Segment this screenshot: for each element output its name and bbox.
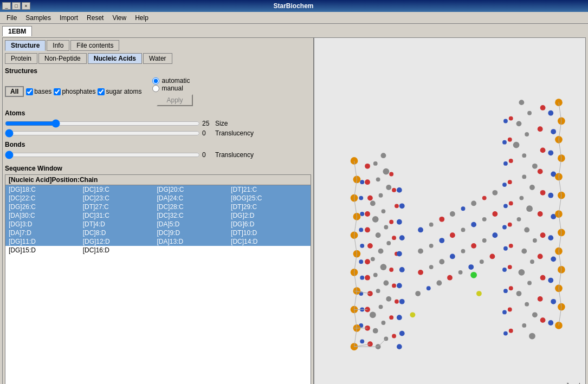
tab-info[interactable]: Info (47, 40, 69, 51)
svg-point-117 (540, 232, 546, 238)
size-slider[interactable] (5, 119, 200, 128)
menu-reset[interactable]: Reset (82, 13, 108, 23)
menu-view[interactable]: View (108, 13, 131, 23)
svg-point-87 (522, 153, 526, 158)
table-row[interactable]: [DG]15:D[DC]16:D (5, 246, 311, 255)
automatic-radio[interactable] (152, 77, 159, 84)
atom-translucency-slider[interactable] (5, 129, 200, 138)
svg-point-91 (519, 196, 524, 200)
atom-translucency-slider-row: 0 Translucency (5, 129, 311, 138)
svg-point-189 (447, 275, 453, 281)
tab-nucleic-acids[interactable]: Nucleic Acids (88, 53, 142, 64)
minimize-button[interactable]: _ (2, 2, 11, 10)
all-button[interactable]: All (5, 86, 24, 97)
svg-point-195 (410, 312, 415, 317)
svg-point-68 (359, 196, 363, 200)
automatic-radio-label[interactable]: automatic (152, 77, 192, 84)
svg-point-116 (508, 223, 512, 227)
list-item: [DA]5:D (153, 220, 228, 229)
svg-point-190 (458, 270, 463, 275)
svg-point-49 (397, 344, 402, 349)
type-tabs: Protein Non-Peptide Nucleic Acids Water (5, 53, 311, 64)
sequence-window: Sequence Window [Nucleic Acid]Position:C… (5, 165, 311, 384)
svg-point-126 (509, 329, 513, 333)
svg-point-107 (538, 126, 543, 132)
sugar-atoms-checkbox-label[interactable]: sugar atoms (98, 88, 141, 95)
svg-point-44 (367, 196, 373, 201)
list-item: [DC]8:D (80, 229, 154, 237)
svg-point-29 (389, 315, 393, 320)
svg-point-109 (540, 147, 546, 153)
bond-translucency-value: 0 (202, 151, 213, 159)
menu-import[interactable]: Import (55, 13, 82, 23)
sugar-atoms-checkbox[interactable] (98, 88, 105, 95)
svg-point-21 (386, 185, 391, 190)
table-row[interactable]: [DG]11:D[DG]12:D[DA]13:D[DC]14:D (5, 237, 311, 246)
svg-point-128 (503, 119, 508, 123)
svg-point-134 (502, 183, 507, 187)
svg-point-96 (521, 249, 527, 254)
svg-point-14 (386, 241, 391, 245)
svg-point-19 (370, 201, 376, 206)
list-item: [DA]7:D (5, 229, 80, 237)
svg-point-16 (384, 225, 388, 230)
svg-point-115 (538, 211, 543, 217)
svg-point-99 (527, 281, 532, 285)
tab-protein[interactable]: Protein (5, 53, 37, 64)
svg-point-196 (476, 291, 482, 296)
window-controls[interactable]: _ □ × (2, 2, 30, 10)
svg-point-66 (360, 212, 364, 216)
svg-point-3 (373, 328, 378, 334)
list-item: [DC]28:C (153, 203, 228, 211)
bases-checkbox-label[interactable]: bases (26, 88, 51, 95)
phosphates-checkbox[interactable] (54, 88, 61, 95)
maximize-button[interactable]: □ (12, 2, 21, 10)
list-item: [DC]32:C (153, 211, 228, 220)
table-row[interactable]: [DC]22:C[DC]23:C[DA]24:C[8OG]25:C (5, 194, 311, 203)
svg-point-173 (450, 211, 455, 217)
svg-point-6 (379, 305, 383, 309)
sequence-table-container[interactable]: [Nucleic Acid]Position:Chain [DG]18:C[DC… (5, 174, 311, 384)
table-row[interactable]: [DA]30:C[DC]31:C[DC]32:C[DG]2:D (5, 211, 311, 220)
bond-translucency-slider[interactable] (5, 151, 200, 159)
list-item: [DC]23:C (80, 194, 154, 203)
list-item: [DG]2:D (228, 211, 311, 220)
manual-radio-label[interactable]: manual (152, 84, 192, 92)
molecule-viewer[interactable]: Jmol (314, 38, 585, 384)
tab-1ebm[interactable]: 1EBM (2, 26, 32, 36)
bases-checkbox[interactable] (26, 88, 33, 95)
table-row[interactable]: [DA]7:D[DC]8:D[DC]9:D[DT]10:D (5, 229, 311, 237)
svg-point-179 (429, 265, 434, 269)
svg-point-165 (450, 232, 455, 238)
atom-translucency-value: 0 (202, 129, 213, 137)
svg-point-193 (490, 254, 495, 259)
table-row[interactable]: [DG]3:D[DT]4:D[DA]5:D[DG]6:D (5, 220, 311, 229)
svg-point-125 (540, 317, 546, 323)
tab-water[interactable]: Water (143, 53, 172, 64)
table-row[interactable]: [DG]26:C[DT]27:C[DC]28:C[DT]29:C (5, 203, 311, 211)
tab-structure[interactable]: Structure (5, 40, 46, 51)
list-item: [DT]4:D (80, 220, 154, 229)
atom-translucency-label: Translucency (215, 129, 259, 137)
tab-non-peptide[interactable]: Non-Peptide (38, 53, 87, 64)
svg-point-48 (365, 164, 370, 169)
svg-point-78 (353, 213, 361, 220)
svg-point-70 (360, 180, 364, 184)
menu-samples[interactable]: Samples (21, 13, 55, 23)
apply-button[interactable]: Apply (157, 94, 192, 106)
manual-radio[interactable] (152, 85, 159, 92)
svg-point-100 (516, 291, 522, 296)
sub-tabs: Structure Info File contents (5, 40, 311, 51)
phosphates-checkbox-label[interactable]: phosphates (54, 88, 95, 95)
table-row[interactable]: [DG]18:C[DC]19:C[DG]20:C[DT]21:C (5, 185, 311, 194)
close-button[interactable]: × (22, 2, 30, 10)
bonds-label: Bonds (5, 141, 311, 148)
menu-help[interactable]: Help (131, 13, 153, 23)
svg-point-110 (509, 159, 513, 163)
svg-point-169 (492, 211, 497, 217)
svg-point-76 (353, 250, 361, 258)
tab-file-contents[interactable]: File contents (70, 40, 119, 51)
svg-point-89 (522, 174, 526, 179)
menu-file[interactable]: File (2, 13, 21, 23)
list-item: [DG]26:C (5, 203, 80, 211)
